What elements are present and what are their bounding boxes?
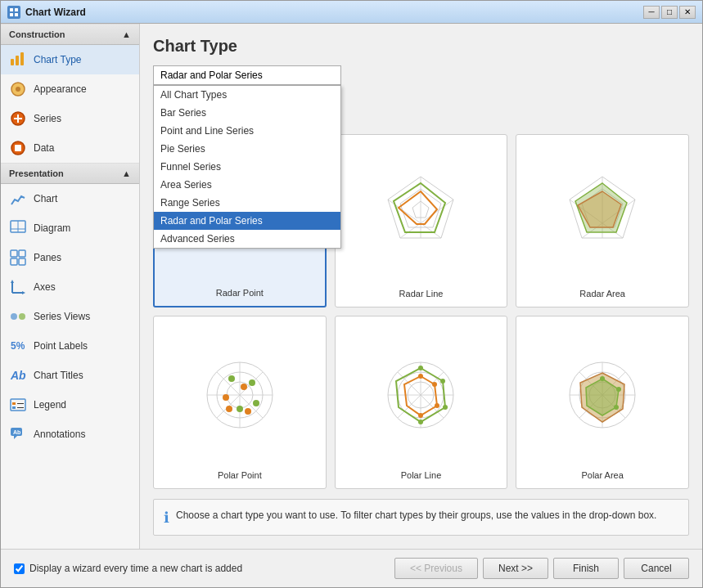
svg-rect-19 — [11, 258, 17, 265]
svg-point-97 — [432, 382, 437, 387]
main-panel: Chart Type All Chart Types Bar Series Po… — [140, 24, 702, 549]
sidebar-item-annotations[interactable]: Ab Annotations — [1, 420, 139, 449]
sidebar-item-series-views[interactable]: Series Views — [1, 302, 139, 331]
svg-point-77 — [249, 379, 255, 386]
polar-point-canvas — [162, 325, 318, 465]
series-label: Series — [34, 113, 61, 124]
chart-wizard-window: Chart Wizard ─ □ ✕ Construction ▲ — [0, 0, 703, 588]
menu-item-advanced[interactable]: Advanced Series — [154, 230, 340, 248]
chart-card-radar-line[interactable]: Radar Line — [335, 134, 508, 307]
sidebar-item-legend[interactable]: Legend — [1, 390, 139, 420]
svg-point-93 — [440, 379, 445, 384]
svg-point-110 — [616, 387, 621, 392]
polar-line-canvas — [344, 325, 499, 465]
svg-text:Ab: Ab — [10, 369, 26, 382]
svg-point-8 — [16, 87, 20, 92]
sidebar-item-chart-titles[interactable]: Ab Chart Titles — [1, 361, 139, 390]
svg-marker-23 — [11, 280, 14, 283]
diagram-label: Diagram — [34, 222, 70, 234]
series-views-label: Series Views — [34, 311, 90, 322]
svg-text:Ab: Ab — [13, 429, 20, 435]
svg-point-99 — [418, 413, 423, 418]
display-wizard-checkbox[interactable] — [14, 563, 25, 574]
legend-label: Legend — [34, 399, 66, 411]
sidebar-item-series[interactable]: Series — [1, 104, 139, 133]
construction-collapse-icon[interactable]: ▲ — [122, 29, 131, 39]
svg-rect-2 — [10, 13, 13, 16]
svg-rect-5 — [16, 56, 19, 65]
main-content: Construction ▲ Chart Type — [1, 24, 702, 549]
menu-item-pie[interactable]: Pie Series — [154, 140, 340, 158]
menu-item-area[interactable]: Area Series — [154, 176, 340, 194]
window-title: Chart Wizard — [25, 7, 643, 18]
sidebar-item-chart-type[interactable]: Chart Type — [1, 45, 139, 74]
series-icon — [9, 110, 27, 128]
sidebar-item-data[interactable]: Data — [1, 133, 139, 163]
panes-icon — [9, 249, 27, 267]
maximize-button[interactable]: □ — [661, 6, 678, 19]
axes-label: Axes — [34, 281, 56, 293]
annotations-label: Annotations — [34, 429, 85, 440]
svg-point-79 — [253, 400, 259, 406]
chart-card-polar-point[interactable]: Polar Point — [153, 316, 327, 489]
data-icon — [9, 139, 27, 157]
appearance-label: Appearance — [34, 83, 87, 95]
svg-marker-35 — [14, 436, 17, 439]
polar-point-label: Polar Point — [218, 470, 262, 480]
chart-card-radar-area[interactable]: Radar Area — [516, 134, 689, 307]
close-button[interactable]: ✕ — [679, 6, 696, 19]
info-bar: ℹ Choose a chart type you want to use. T… — [153, 499, 689, 536]
axes-icon — [9, 278, 27, 296]
svg-marker-24 — [22, 291, 25, 294]
chart-card-polar-line[interactable]: Polar Line — [335, 316, 508, 489]
annotations-icon: Ab — [9, 425, 27, 443]
chart-type-dropdown-container: All Chart Types Bar Series Point and Lin… — [153, 65, 689, 85]
svg-point-95 — [418, 420, 423, 424]
prev-button[interactable]: << Previous — [394, 558, 478, 579]
sidebar-item-panes[interactable]: Panes — [1, 243, 139, 272]
svg-rect-0 — [10, 8, 13, 11]
chart-pres-icon — [9, 190, 27, 208]
svg-rect-30 — [12, 402, 16, 405]
cancel-button[interactable]: Cancel — [624, 558, 689, 579]
radar-line-label: Radar Line — [399, 289, 444, 298]
sidebar-item-point-labels[interactable]: 5% Point Labels — [1, 331, 139, 361]
sidebar-item-appearance[interactable]: Appearance — [1, 74, 139, 104]
next-button[interactable]: Next >> — [483, 558, 548, 579]
legend-icon — [9, 396, 27, 414]
svg-point-26 — [19, 313, 25, 320]
panes-label: Panes — [34, 252, 61, 263]
svg-rect-20 — [19, 258, 25, 265]
series-views-icon — [9, 307, 27, 325]
menu-item-all[interactable]: All Chart Types — [154, 86, 340, 104]
sidebar-item-axes[interactable]: Axes — [1, 272, 139, 302]
finish-button[interactable]: Finish — [553, 558, 619, 579]
chart-card-polar-area[interactable]: Polar Area — [516, 316, 689, 489]
svg-point-92 — [418, 366, 423, 370]
sidebar-item-diagram[interactable]: Diagram — [1, 213, 139, 243]
menu-item-range[interactable]: Range Series — [154, 194, 340, 212]
sidebar: Construction ▲ Chart Type — [1, 24, 140, 549]
chart-pres-label: Chart — [34, 193, 57, 204]
radar-line-canvas — [344, 143, 499, 284]
chart-type-dropdown[interactable]: All Chart Types Bar Series Point and Lin… — [153, 65, 341, 85]
footer: Display a wizard every time a new chart … — [1, 549, 702, 587]
minimize-button[interactable]: ─ — [643, 6, 660, 19]
menu-item-pointline[interactable]: Point and Line Series — [154, 122, 340, 140]
presentation-collapse-icon[interactable]: ▲ — [122, 168, 131, 178]
polar-line-label: Polar Line — [401, 470, 442, 480]
svg-rect-6 — [20, 52, 24, 65]
svg-rect-1 — [15, 8, 18, 11]
svg-point-84 — [245, 408, 251, 415]
point-labels-label: Point Labels — [34, 340, 88, 352]
info-icon: ℹ — [164, 509, 169, 527]
menu-item-bar[interactable]: Bar Series — [154, 104, 340, 122]
presentation-header: Presentation ▲ — [1, 163, 139, 184]
svg-point-25 — [11, 313, 17, 320]
chart-titles-label: Chart Titles — [34, 370, 83, 381]
dropdown-open-menu: All Chart Types Bar Series Point and Lin… — [153, 85, 341, 249]
menu-item-radar[interactable]: Radar and Polar Series — [154, 212, 340, 230]
info-text: Choose a chart type you want to use. To … — [176, 508, 656, 523]
menu-item-funnel[interactable]: Funnel Series — [154, 158, 340, 176]
sidebar-item-chart[interactable]: Chart — [1, 184, 139, 213]
